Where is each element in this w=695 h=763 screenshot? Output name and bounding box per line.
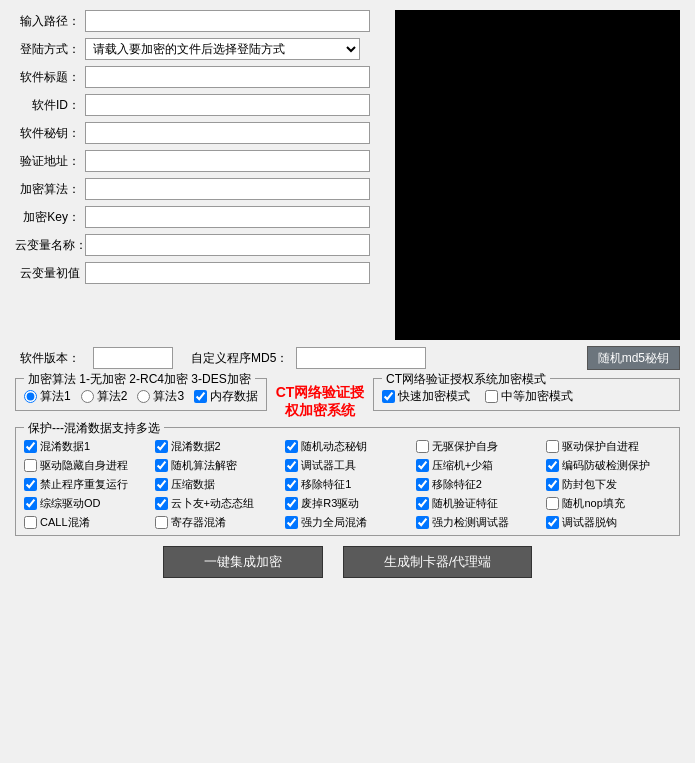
protect-option-1[interactable]: 混淆数据2	[155, 439, 280, 454]
algo-options: 算法1 算法2 算法3 内存数据	[24, 388, 258, 405]
protect-option-14[interactable]: 防封包下发	[546, 477, 671, 492]
login-method-label: 登陆方式：	[15, 41, 85, 58]
custom-md5-field[interactable]	[296, 347, 426, 369]
protect-option-15[interactable]: 综综驱动OD	[24, 496, 149, 511]
verify-addr-field[interactable]	[85, 150, 370, 172]
protect-checkbox-12[interactable]	[285, 478, 298, 491]
ct-medium-checkbox[interactable]	[485, 390, 498, 403]
protect-label-5: 驱动隐藏自身进程	[40, 458, 128, 473]
software-title-row: 软件标题：	[15, 66, 385, 88]
protect-checkbox-13[interactable]	[416, 478, 429, 491]
protect-checkbox-7[interactable]	[285, 459, 298, 472]
verify-addr-row: 验证地址：	[15, 150, 385, 172]
protect-section: 保护---混淆数据支持多选 混淆数据1混淆数据2随机动态秘钥无驱保护自身驱动保护…	[15, 427, 680, 536]
protect-option-11[interactable]: 压缩数据	[155, 477, 280, 492]
algo-section: 加密算法 1-无加密 2-RC4加密 3-DES加密 算法1 算法2 算法3 内…	[15, 378, 267, 411]
encrypt-key-field[interactable]	[85, 206, 370, 228]
protect-option-18[interactable]: 随机验证特征	[416, 496, 541, 511]
protect-option-23[interactable]: 强力检测调试器	[416, 515, 541, 530]
software-secret-field[interactable]	[85, 122, 370, 144]
software-title-field[interactable]	[85, 66, 370, 88]
protect-checkbox-24[interactable]	[546, 516, 559, 529]
protect-checkbox-16[interactable]	[155, 497, 168, 510]
protect-checkbox-22[interactable]	[285, 516, 298, 529]
protect-checkbox-4[interactable]	[546, 440, 559, 453]
protect-checkbox-6[interactable]	[155, 459, 168, 472]
software-secret-label: 软件秘钥：	[15, 125, 85, 142]
protect-option-7[interactable]: 调试器工具	[285, 458, 410, 473]
protect-option-24[interactable]: 调试器脱钩	[546, 515, 671, 530]
protect-checkbox-8[interactable]	[416, 459, 429, 472]
protect-label-10: 禁止程序重复运行	[40, 477, 128, 492]
left-form: 输入路径： 登陆方式： 请载入要加密的文件后选择登陆方式 软件标题： 软件ID：	[15, 10, 385, 340]
encrypt-algo-field[interactable]	[85, 178, 370, 200]
ct-fast-checkbox[interactable]	[382, 390, 395, 403]
ct-right-section: CT网络验证授权系统加密模式 快速加密模式 中等加密模式	[373, 378, 680, 411]
algo-radio-1[interactable]	[24, 390, 37, 403]
protect-option-19[interactable]: 随机nop填充	[546, 496, 671, 511]
protect-option-12[interactable]: 移除特征1	[285, 477, 410, 492]
top-section: 输入路径： 登陆方式： 请载入要加密的文件后选择登陆方式 软件标题： 软件ID：	[15, 10, 680, 340]
protect-checkbox-11[interactable]	[155, 478, 168, 491]
protect-option-5[interactable]: 驱动隐藏自身进程	[24, 458, 149, 473]
protect-option-10[interactable]: 禁止程序重复运行	[24, 477, 149, 492]
random-md5-button[interactable]: 随机md5秘钥	[587, 346, 680, 370]
protect-option-21[interactable]: 寄存器混淆	[155, 515, 280, 530]
algo-option-3[interactable]: 算法3	[137, 388, 184, 405]
protect-label-17: 废掉R3驱动	[301, 496, 359, 511]
protect-checkbox-14[interactable]	[546, 478, 559, 491]
protect-option-9[interactable]: 编码防破检测保护	[546, 458, 671, 473]
protect-option-4[interactable]: 驱动保护自进程	[546, 439, 671, 454]
protect-checkbox-10[interactable]	[24, 478, 37, 491]
version-label: 软件版本：	[15, 350, 85, 367]
algo-radio-2[interactable]	[81, 390, 94, 403]
protect-option-3[interactable]: 无驱保护自身	[416, 439, 541, 454]
algo-memory-checkbox[interactable]	[194, 390, 207, 403]
protect-checkbox-3[interactable]	[416, 440, 429, 453]
protect-checkbox-21[interactable]	[155, 516, 168, 529]
protect-checkbox-1[interactable]	[155, 440, 168, 453]
one-click-encrypt-button[interactable]: 一键集成加密	[163, 546, 323, 578]
algo-option-2[interactable]: 算法2	[81, 388, 128, 405]
protect-option-6[interactable]: 随机算法解密	[155, 458, 280, 473]
protect-option-8[interactable]: 压缩机+少箱	[416, 458, 541, 473]
cloud-var-value-row: 云变量初值	[15, 262, 385, 284]
software-id-field[interactable]	[85, 94, 370, 116]
encrypt-key-row: 加密Key：	[15, 206, 385, 228]
protect-checkbox-18[interactable]	[416, 497, 429, 510]
protect-checkbox-17[interactable]	[285, 497, 298, 510]
protect-checkbox-19[interactable]	[546, 497, 559, 510]
ct-medium-label: 中等加密模式	[501, 388, 573, 405]
algo-radio-3[interactable]	[137, 390, 150, 403]
protect-checkbox-5[interactable]	[24, 459, 37, 472]
protect-checkbox-2[interactable]	[285, 440, 298, 453]
algo-memory-data[interactable]: 内存数据	[194, 388, 258, 405]
protect-option-20[interactable]: CALL混淆	[24, 515, 149, 530]
protect-checkbox-15[interactable]	[24, 497, 37, 510]
login-method-select[interactable]: 请载入要加密的文件后选择登陆方式	[85, 38, 360, 60]
main-container: 输入路径： 登陆方式： 请载入要加密的文件后选择登陆方式 软件标题： 软件ID：	[0, 0, 695, 588]
input-path-field[interactable]	[85, 10, 370, 32]
protect-checkbox-20[interactable]	[24, 516, 37, 529]
cloud-var-name-field[interactable]	[85, 234, 370, 256]
ct-fast-mode[interactable]: 快速加密模式	[382, 388, 470, 405]
protect-option-22[interactable]: 强力全局混淆	[285, 515, 410, 530]
protect-checkbox-0[interactable]	[24, 440, 37, 453]
protect-option-16[interactable]: 云卜友+动态态组	[155, 496, 280, 511]
software-id-row: 软件ID：	[15, 94, 385, 116]
algo-option-1[interactable]: 算法1	[24, 388, 71, 405]
protect-checkbox-9[interactable]	[546, 459, 559, 472]
protect-option-0[interactable]: 混淆数据1	[24, 439, 149, 454]
protect-label-15: 综综驱动OD	[40, 496, 101, 511]
software-title-label: 软件标题：	[15, 69, 85, 86]
protect-label-2: 随机动态秘钥	[301, 439, 367, 454]
cloud-var-value-field[interactable]	[85, 262, 370, 284]
protect-checkbox-23[interactable]	[416, 516, 429, 529]
version-field[interactable]	[93, 347, 173, 369]
protect-option-17[interactable]: 废掉R3驱动	[285, 496, 410, 511]
generate-card-button[interactable]: 生成制卡器/代理端	[343, 546, 533, 578]
protect-option-2[interactable]: 随机动态秘钥	[285, 439, 410, 454]
protect-option-13[interactable]: 移除特征2	[416, 477, 541, 492]
ct-fast-label: 快速加密模式	[398, 388, 470, 405]
ct-medium-mode[interactable]: 中等加密模式	[485, 388, 573, 405]
